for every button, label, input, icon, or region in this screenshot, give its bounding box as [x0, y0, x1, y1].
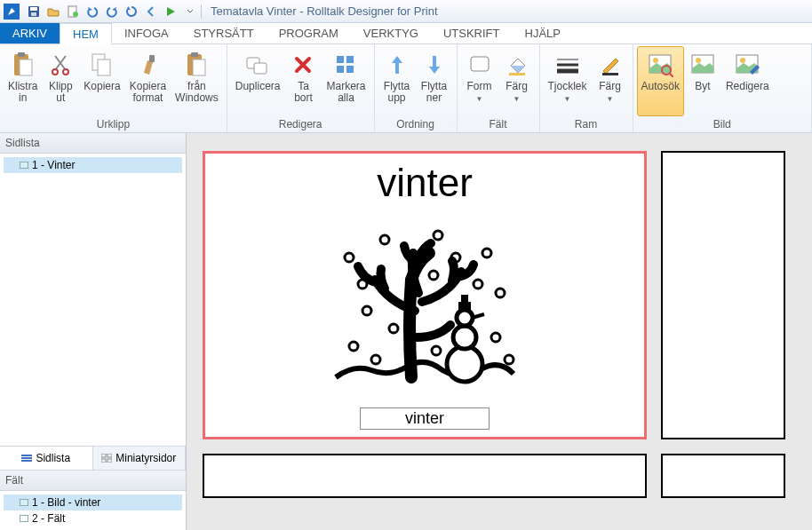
title-bar: Tematavla Vinter - Rolltalk Designer for… [0, 0, 812, 23]
sidlista-header: Sidlista [0, 133, 186, 154]
shape-button[interactable]: Form▼ [461, 46, 498, 116]
tab-sidlista[interactable]: Sidlista [0, 447, 93, 470]
back-icon[interactable] [142, 3, 160, 20]
svg-point-55 [434, 231, 442, 240]
svg-rect-14 [191, 52, 198, 57]
svg-rect-11 [98, 59, 110, 75]
redo-icon[interactable] [103, 3, 121, 20]
play-icon[interactable] [162, 3, 179, 20]
paintbrush-icon [137, 49, 158, 81]
tab-utskrift[interactable]: UTSKRIFT [431, 23, 513, 44]
page-tree: 1 - Vinter [0, 154, 186, 446]
svg-rect-39 [101, 454, 106, 457]
thickness-icon [554, 49, 581, 81]
svg-point-54 [371, 355, 380, 364]
svg-line-31 [670, 74, 673, 77]
paste-button[interactable]: Klistrain [4, 46, 42, 116]
tab-miniatyrsidor[interactable]: Miniatyrsidor [93, 447, 187, 470]
group-label-urklipp: Urklipp [4, 116, 223, 132]
svg-point-60 [491, 333, 500, 342]
svg-rect-47 [461, 295, 468, 302]
tab-hjalp[interactable]: HJÄLP [513, 23, 573, 44]
paste-windows-icon [184, 49, 209, 81]
tab-program[interactable]: PROGRAM [267, 23, 351, 44]
tab-styrsatt[interactable]: STYRSÄTT [181, 23, 267, 44]
copy-format-button[interactable]: Kopieraformat [125, 46, 171, 116]
page-thumb-icon [20, 162, 28, 169]
svg-point-50 [362, 306, 371, 315]
ribbon-group-redigera: Duplicera Tabort Markeraalla Redigera [227, 44, 375, 132]
svg-rect-46 [458, 302, 471, 311]
ribbon-group-ram: Tjocklek▼ Färg▼ Ram [540, 44, 633, 132]
shape-icon [468, 49, 491, 81]
duplicate-button[interactable]: Duplicera [231, 46, 285, 116]
refresh-icon[interactable] [123, 3, 140, 20]
svg-point-56 [451, 253, 460, 262]
tab-arkiv[interactable]: ARKIV [0, 23, 60, 44]
select-all-button[interactable]: Markeraalla [322, 46, 370, 116]
card-caption[interactable]: vinter [360, 407, 490, 430]
swap-button[interactable]: Byt [684, 46, 721, 116]
paste-windows-button[interactable]: frånWindows [171, 46, 223, 116]
svg-point-59 [496, 289, 505, 297]
paste-label1: Klistra [8, 80, 37, 92]
list-icon [21, 454, 32, 463]
card-empty-below-right[interactable] [661, 454, 785, 498]
svg-point-61 [505, 355, 513, 364]
tab-infoga[interactable]: INFOGA [112, 23, 181, 44]
svg-rect-6 [18, 52, 25, 57]
separator [201, 4, 202, 19]
move-up-button[interactable]: Flyttaupp [378, 46, 416, 116]
svg-point-57 [429, 271, 438, 280]
svg-point-43 [447, 346, 482, 382]
new-icon[interactable] [64, 3, 82, 20]
card-empty-below[interactable] [203, 454, 647, 498]
ribbon-group-falt: Form▼ Färg▼ Fält [458, 44, 540, 132]
edit-image-button[interactable]: Redigera [721, 46, 774, 116]
svg-point-44 [453, 326, 476, 349]
undo-icon[interactable] [84, 3, 101, 20]
card-vinter[interactable]: vinter [203, 151, 647, 439]
delete-button[interactable]: Tabort [284, 46, 322, 116]
svg-point-4 [73, 12, 78, 17]
felt-item-falt[interactable]: 2 - Fält [4, 510, 182, 526]
arrow-up-icon [388, 49, 406, 81]
felt-list: 1 - Bild - vinter 2 - Fält [0, 491, 186, 530]
canvas[interactable]: vinter [187, 133, 812, 530]
fill-color-button[interactable]: Färg▼ [498, 46, 536, 116]
tab-verktyg[interactable]: VERKTYG [351, 23, 431, 44]
svg-point-45 [457, 310, 473, 326]
tab-hem[interactable]: HEM [60, 23, 112, 44]
save-icon[interactable] [25, 3, 43, 20]
svg-rect-17 [254, 63, 267, 74]
field-thumb-icon [20, 499, 28, 506]
svg-rect-7 [20, 59, 32, 75]
cut-icon [50, 49, 71, 81]
svg-point-8 [52, 69, 58, 75]
autosearch-button[interactable]: Autosök [637, 46, 684, 116]
duplicate-icon [244, 49, 271, 81]
open-icon[interactable] [44, 3, 62, 20]
app-icon [4, 4, 20, 20]
svg-point-29 [653, 58, 658, 63]
tree-item-vinter[interactable]: 1 - Vinter [4, 157, 182, 173]
border-color-button[interactable]: Färg▼ [592, 46, 629, 116]
svg-rect-2 [31, 12, 36, 16]
svg-rect-27 [602, 73, 618, 75]
svg-point-58 [482, 249, 491, 257]
cut-button[interactable]: Klipput [42, 46, 79, 116]
copy-icon [90, 49, 115, 81]
felt-item-bild-vinter[interactable]: 1 - Bild - vinter [4, 494, 182, 510]
svg-rect-12 [149, 55, 155, 62]
ribbon-group-bild: Autosök Byt Redigera Bild [633, 44, 812, 132]
copy-button[interactable]: Kopiera [79, 46, 124, 116]
card-empty-right[interactable] [661, 151, 785, 439]
field-thumb-icon [20, 515, 28, 522]
border-color-icon [599, 49, 622, 81]
arrow-down-icon [426, 49, 443, 81]
qat-dropdown-icon[interactable] [181, 3, 199, 20]
svg-rect-21 [346, 66, 354, 73]
svg-rect-23 [509, 73, 525, 75]
thickness-button[interactable]: Tjocklek▼ [544, 46, 592, 116]
move-down-button[interactable]: Flyttaner [416, 46, 453, 116]
